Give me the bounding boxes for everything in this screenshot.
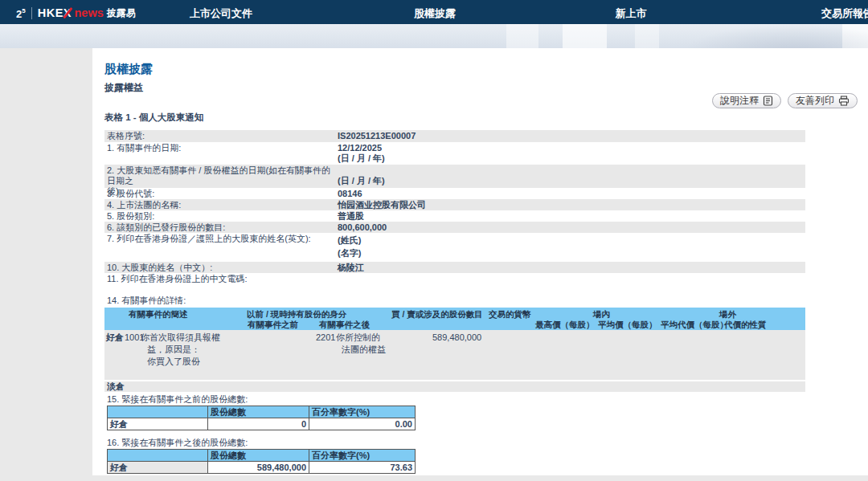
form-row-stock-code: 3. 股份代號:08146 xyxy=(104,188,805,199)
banner-image xyxy=(0,24,868,48)
col-highest-price: 最高價（每股） xyxy=(535,320,595,331)
section16-blank-header xyxy=(108,450,208,462)
form-row-chinese-codes: 11. 列印在香港身份證上的中文電碼: xyxy=(104,273,805,283)
col-average-price: 平均價（每股） xyxy=(598,320,657,331)
col-currency: 交易的貨幣 xyxy=(489,309,531,320)
col-consideration-nature: 代價的性質 xyxy=(724,320,767,331)
section15-percent-value: 0.00 xyxy=(309,418,416,430)
section16-row-label: 好倉 xyxy=(108,462,208,474)
page-subtitle: 披露權益 xyxy=(104,83,805,93)
col-on-exchange: 場內 xyxy=(593,309,610,320)
col-event-description: 有關事件的簡述 xyxy=(129,309,188,320)
hkexnews-logo[interactable]: 25 HKE X news 披露易 xyxy=(16,3,136,22)
form-row-chinese-name: 10. 大股東的姓名（中文）:杨陵江 xyxy=(104,262,805,273)
event-description-after: 你所控制的 法團的權益 xyxy=(342,332,386,356)
form-rows: 表格序號:IS20251213E00007 1. 有關事件的日期:12/12/2… xyxy=(104,130,805,283)
form-row-event-date: 1. 有關事件的日期:12/12/2025 (日 / 月 / 年) xyxy=(104,142,805,165)
anniversary-25-logo: 25 xyxy=(16,3,26,22)
section15-percent-header: 百分率數字(%) xyxy=(309,406,416,418)
nav-item-exchange-reports[interactable]: 交易所報告 xyxy=(821,6,868,21)
nav-item-listed-company-docs[interactable]: 上市公司文件 xyxy=(190,6,252,21)
section15-row-label: 好倉 xyxy=(108,418,208,430)
content-card: 說明注釋 友善列印 股權披露 披露權益 表格 1 - 個人大股東通知 表格序號:… xyxy=(92,48,868,475)
col-before-event: 有關事件之前 xyxy=(248,320,298,331)
section14-table-header: 有關事件的簡述 以前 / 現時持有股份的身分 有關事件之前 有關事件之後 買 /… xyxy=(104,308,805,330)
col-capacity: 以前 / 現時持有股份的身分 xyxy=(247,309,346,320)
event-description-before: 你首次取得須具報權 益，原因是： 你買入了股份 xyxy=(147,332,220,368)
table-row: 好倉 589,480,000 73.63 xyxy=(108,462,416,474)
section16-percent-header: 百分率數字(%) xyxy=(309,450,416,462)
form-row-english-name: 7. 列印在香港身份證／護照上的大股東的姓名(英文):(姓氏) (名字) xyxy=(104,233,805,262)
col-avg-consideration: 平均代價（每股） xyxy=(661,320,728,331)
section15-blank-header xyxy=(108,406,208,418)
top-nav: 25 HKE X news 披露易 上市公司文件 股權披露 新上市 交易所報告 xyxy=(0,0,868,24)
table-row: 好倉 0 0.00 xyxy=(108,418,416,430)
section15-total-value: 0 xyxy=(208,418,309,430)
section16-percent-value: 73.63 xyxy=(309,462,416,474)
section16-heading: 16. 緊接在有關事件之後的股份總數: xyxy=(104,438,805,448)
form-row-corporation-name: 4. 上市法團的名稱:怡园酒业控股有限公司 xyxy=(104,199,805,210)
form-row-issued-shares: 6. 該類別的已發行股份的數目:800,600,000 xyxy=(104,222,805,233)
form-content: 股權披露 披露權益 表格 1 - 個人大股東通知 表格序號:IS20251213… xyxy=(104,48,805,474)
section16-total-value: 589,480,000 xyxy=(208,462,309,474)
site-name: 披露易 xyxy=(107,5,136,21)
section16-total-header: 股份總數 xyxy=(208,450,309,462)
printer-icon xyxy=(838,96,850,106)
section14-heading: 14. 有關事件的詳情: xyxy=(104,296,805,306)
form-row-aware-date: 2. 大股東知悉有關事件 / 股份權益的日期(如在有關事件的日期之 後): (日… xyxy=(104,165,805,188)
long-position-label: 好倉 xyxy=(106,332,124,344)
hkex-x-glyph: X xyxy=(63,5,72,21)
logo-divider xyxy=(31,7,32,19)
form-table-title: 表格 1 - 個人大股東通知 xyxy=(104,112,805,123)
nav-item-new-listings[interactable]: 新上市 xyxy=(616,6,647,21)
col-off-exchange: 場外 xyxy=(719,309,736,320)
section14-long-position-row: 好倉 1001 你首次取得須具報權 益，原因是： 你買入了股份 2201 你所控… xyxy=(104,330,805,380)
section15-total-header: 股份總數 xyxy=(208,406,309,418)
shares-involved-value: 589,480,000 xyxy=(432,332,481,344)
event-code-after: 2201 xyxy=(316,332,335,344)
page-title: 股權披露 xyxy=(104,63,805,75)
news-wordmark: news xyxy=(74,5,103,21)
section15-table: 股份總數 百分率數字(%) 好倉 0 0.00 xyxy=(107,406,416,430)
form-row-share-class: 5. 股份類別:普通股 xyxy=(104,210,805,222)
nav-item-disclosure-of-interests[interactable]: 股權披露 xyxy=(414,6,456,21)
section16-table: 股份總數 百分率數字(%) 好倉 589,480,000 73.63 xyxy=(107,449,416,474)
hkex-wordmark: HKE xyxy=(38,5,63,21)
col-after-event: 有關事件之後 xyxy=(319,320,370,331)
section15-heading: 15. 緊接在有關事件之前的股份總數: xyxy=(104,394,805,405)
section14-short-position-row: 淡倉 xyxy=(104,381,805,392)
form-row-serial: 表格序號:IS20251213E00007 xyxy=(104,130,805,142)
col-shares-involved: 買 / 賣或涉及的股份數目 xyxy=(391,309,483,320)
